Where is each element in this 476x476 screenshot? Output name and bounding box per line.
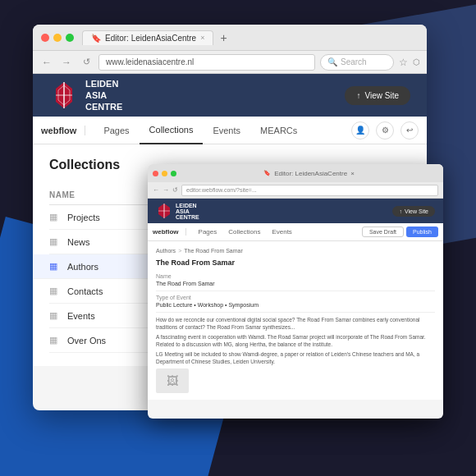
secondary-browser-window: 🔖 Editor: LeidenAsiaCentre × ← → ↺ edito… — [148, 164, 443, 419]
tab-bar: 🔖 Editor: LeidenAsiaCentre × + — [82, 30, 419, 45]
view-site-label: View Site — [364, 91, 399, 100]
traffic-lights — [41, 34, 74, 42]
view-site-button[interactable]: ↑ View Site — [345, 86, 410, 105]
cms-nav: webflow Pages Collections Events MEARCs … — [33, 117, 427, 144]
undo-icon[interactable]: ↩ — [400, 121, 419, 140]
b2-value-type: Public Lecture • Workshop • Symposium — [156, 302, 435, 308]
tl-red[interactable] — [41, 34, 49, 42]
user-icon[interactable]: 👤 — [351, 121, 369, 140]
b2-thumbnail-image: 🖼 — [156, 368, 189, 393]
b2-logo: LEIDEN ASIA CENTRE — [156, 203, 199, 220]
b2-thumbnail-group: 🖼 — [156, 368, 435, 393]
b2-tl-yellow[interactable] — [162, 171, 167, 176]
b2-field-type: Type of Event Public Lecture • Workshop … — [156, 295, 435, 308]
browser-addressbar: ← → ↺ www.leidenasiacentre.nl 🔍 Search ☆… — [33, 51, 427, 74]
tab-favicon: 🔖 — [91, 34, 101, 43]
logo-text: LEIDEN ASIA CENTRE — [85, 78, 122, 113]
share-icon[interactable]: ⬡ — [413, 57, 420, 66]
b2-nav-pages[interactable]: Pages — [193, 223, 223, 241]
b2-publish-button[interactable]: Publish — [406, 227, 438, 237]
breadcrumb: Authors > The Road From Samar — [156, 248, 435, 254]
nav-item-pages[interactable]: Pages — [94, 117, 139, 144]
reload-button[interactable]: ↺ — [79, 55, 94, 70]
b2-content: Authors > The Road From Samar The Road F… — [148, 241, 443, 400]
cms-nav-icons: 👤 ⚙ ↩ — [351, 121, 419, 140]
b2-your-field: A fascinating event in cooperation with … — [156, 333, 435, 348]
browser2-addressbar: ← → ↺ editor.webflow.com/?site=... — [148, 182, 443, 199]
search-placeholder: Search — [341, 57, 367, 66]
forward-button[interactable]: → — [59, 55, 74, 70]
browser-tab[interactable]: 🔖 Editor: LeidenAsiaCentre × — [82, 30, 213, 45]
row-label: Contacts — [67, 286, 103, 296]
b2-tab-label: Editor: LeidenAsiaCentre — [274, 170, 347, 177]
webflow-logo: webflow — [41, 126, 85, 135]
row-label: Authors — [67, 262, 98, 272]
b2-divider — [156, 291, 435, 291]
b2-tab-icon: 🔖 — [263, 170, 271, 176]
b2-reload-btn[interactable]: ↺ — [172, 186, 178, 194]
site-logo: LEIDEN ASIA CENTRE — [49, 78, 122, 113]
row-icon-events: ▦ — [49, 310, 61, 321]
new-tab-button[interactable]: + — [217, 31, 230, 44]
b2-logo-icon — [156, 203, 172, 219]
tab-label: Editor: LeidenAsiaCentre — [105, 34, 196, 43]
b2-page-title: The Road From Samar — [156, 259, 435, 267]
b2-label-type: Type of Event — [156, 295, 435, 300]
b2-logo-text: LEIDEN ASIA CENTRE — [176, 203, 199, 220]
row-icon-overons: ▦ — [49, 335, 61, 346]
b2-short-summary: How do we reconcile our conventional dig… — [156, 316, 435, 331]
row-label: News — [67, 237, 90, 247]
b2-tab-group: 🔖 Editor: LeidenAsiaCentre × — [263, 170, 355, 177]
search-icon: 🔍 — [327, 57, 337, 66]
breadcrumb-separator: > — [178, 248, 181, 254]
row-label: Projects — [67, 213, 100, 222]
b2-tab-close[interactable]: × — [350, 170, 355, 177]
row-label: Over Ons — [67, 336, 106, 346]
b2-nav-collections[interactable]: Collections — [222, 223, 266, 241]
b2-save-draft-button[interactable]: Save Draft — [362, 227, 404, 237]
b2-value-name: The Road From Samar — [156, 281, 435, 286]
leiden-logo-icon — [49, 80, 79, 110]
b2-cms-nav: webflow Pages Collections Events Save Dr… — [148, 223, 443, 241]
b2-divider-2 — [156, 312, 435, 313]
settings-icon[interactable]: ⚙ — [376, 121, 394, 140]
row-icon-projects: ▦ — [49, 212, 61, 222]
search-input[interactable]: 🔍 Search — [320, 54, 394, 71]
tab-close-icon[interactable]: × — [200, 34, 204, 42]
b2-label-name: Name — [156, 273, 435, 279]
back-button[interactable]: ← — [39, 55, 54, 70]
b2-nav-action-buttons: Save Draft Publish — [362, 227, 438, 237]
nav-item-collections[interactable]: Collections — [140, 117, 204, 144]
b2-tl-red[interactable] — [153, 171, 158, 176]
row-label: Events — [67, 311, 95, 321]
b2-field-name: Name The Road From Samar — [156, 273, 435, 286]
b2-address-input[interactable]: editor.webflow.com/?site=... — [181, 185, 438, 196]
nav-item-events[interactable]: Events — [203, 117, 250, 144]
nav-item-mearcs[interactable]: MEARCs — [250, 117, 307, 144]
row-icon-news: ▦ — [49, 236, 61, 247]
b2-tl-green[interactable] — [171, 171, 176, 176]
tl-yellow[interactable] — [53, 34, 62, 42]
b2-view-icon: ↑ — [399, 208, 402, 214]
address-bar-input[interactable]: www.leidenasiacentre.nl — [98, 54, 315, 71]
browser2-titlebar: 🔖 Editor: LeidenAsiaCentre × — [148, 164, 443, 182]
b2-view-site-button[interactable]: ↑ View Site — [392, 206, 435, 217]
breadcrumb-authors[interactable]: Authors — [156, 248, 176, 254]
breadcrumb-item[interactable]: The Road From Samar — [184, 248, 243, 254]
b2-webflow-logo: webflow — [153, 228, 186, 236]
url-text: www.leidenasiacentre.nl — [106, 57, 194, 66]
view-site-icon: ↑ — [356, 91, 360, 100]
b2-site-header: LEIDEN ASIA CENTRE ↑ View Site — [148, 199, 443, 223]
b2-forward-btn[interactable]: → — [162, 186, 169, 194]
row-icon-contacts: ▦ — [49, 286, 61, 296]
site-header: LEIDEN ASIA CENTRE ↑ View Site — [33, 74, 427, 117]
bookmark-icon[interactable]: ☆ — [399, 57, 408, 68]
browser-titlebar: 🔖 Editor: LeidenAsiaCentre × + — [33, 25, 427, 51]
tl-green[interactable] — [66, 34, 74, 42]
b2-nav-events[interactable]: Events — [266, 223, 297, 241]
b2-url-text: editor.webflow.com/?site=... — [186, 187, 257, 193]
row-icon-authors: ▦ — [49, 261, 61, 272]
b2-view-label: View Site — [405, 208, 428, 214]
b2-back-btn[interactable]: ← — [153, 186, 159, 194]
b2-extra-field: LG Meeting will be included to show Wamd… — [156, 350, 435, 365]
